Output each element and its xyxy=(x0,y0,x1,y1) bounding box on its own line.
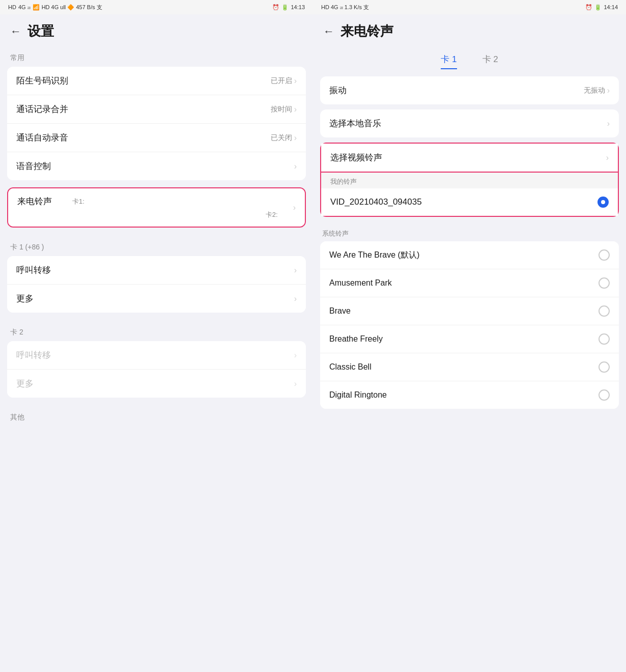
vibration-item[interactable]: 振动 无振动 › xyxy=(320,76,619,104)
strange-number-right: 已开启 › xyxy=(271,76,297,86)
vibration-label: 振动 xyxy=(329,85,347,96)
right-status-left: HD 4G ᵢₗₗ 1.3 K/s 支 xyxy=(321,4,369,11)
ringtone-card2-sublabel: 卡2: xyxy=(266,210,278,219)
left-panel: HD 4G ᵢₗₗ 📶 HD 4G ull 🔶 457 B/s 支 ⏰ 🔋 14… xyxy=(0,0,313,672)
list-item[interactable]: 通话自动录音 已关闭 › xyxy=(7,124,306,152)
ringtone-name-brave-default: We Are The Brave (默认) xyxy=(329,250,419,261)
ringtone-right: › xyxy=(293,203,296,212)
right-back-button[interactable]: ← xyxy=(323,25,334,38)
auto-record-right: 已关闭 › xyxy=(271,133,297,143)
left-signal: 4G ᵢₗₗ xyxy=(18,4,31,11)
radio-selected-icon[interactable] xyxy=(597,197,609,208)
chevron-icon: › xyxy=(294,266,297,275)
left-network-icon: HD xyxy=(8,4,16,10)
my-ringtone-section-label: 我的铃声 xyxy=(330,178,357,185)
sim2-label: 卡 2 xyxy=(0,320,313,341)
list-item[interactable]: 更多 › xyxy=(7,285,306,313)
chevron-icon: › xyxy=(294,351,297,360)
chevron-icon: › xyxy=(294,294,297,303)
right-battery: 🔋 xyxy=(594,4,602,11)
left-status-right: ⏰ 🔋 14:13 xyxy=(272,4,305,11)
list-item[interactable]: 陌生号码识别 已开启 › xyxy=(7,67,306,95)
list-item[interactable]: Digital Ringtone xyxy=(320,381,619,409)
list-item[interactable]: Amusement Park xyxy=(320,269,619,297)
list-item[interactable]: Breathe Freely xyxy=(320,325,619,353)
ringtone-name-digital: Digital Ringtone xyxy=(329,390,387,400)
video-ringtone-label: 选择视频铃声 xyxy=(330,152,382,163)
local-music-item[interactable]: 选择本地音乐 › xyxy=(320,109,619,137)
radio-unselected-icon[interactable] xyxy=(599,277,610,289)
voice-control-right: › xyxy=(294,162,297,171)
ringtone-name-amusement: Amusement Park xyxy=(329,278,392,288)
left-status-left: HD 4G ᵢₗₗ 📶 HD 4G ull 🔶 457 B/s 支 xyxy=(8,4,102,11)
call-merge-value: 按时间 xyxy=(271,105,292,114)
ringtone-card1-sublabel: 卡1: xyxy=(72,197,84,206)
sim1-transfer-label: 呼叫转移 xyxy=(16,264,51,276)
video-ringtone-item[interactable]: 选择视频铃声 › xyxy=(321,144,618,172)
sim1-card: 呼叫转移 › 更多 › xyxy=(7,256,306,313)
chevron-icon: › xyxy=(606,153,609,162)
ringtone-item[interactable]: 来电铃声 卡1: 卡2: › xyxy=(8,188,305,227)
chevron-icon: › xyxy=(294,105,297,114)
local-music-card: 选择本地音乐 › xyxy=(320,109,619,137)
voice-control-label: 语音控制 xyxy=(16,160,51,172)
right-status-right: ⏰ 🔋 14:14 xyxy=(585,4,618,11)
local-music-right: › xyxy=(607,119,610,128)
list-item[interactable]: Brave xyxy=(320,297,619,325)
list-item[interactable]: 呼叫转移 › xyxy=(7,256,306,285)
video-ringtone-highlight: 选择视频铃声 › xyxy=(320,143,619,173)
other-label: 其他 xyxy=(0,405,313,426)
sim2-more-label: 更多 xyxy=(16,378,34,389)
my-ringtone-item[interactable]: VID_20210403_094035 xyxy=(321,188,618,216)
list-item[interactable]: We Are The Brave (默认) xyxy=(320,241,619,269)
right-status-bar: HD 4G ᵢₗₗ 1.3 K/s 支 ⏰ 🔋 14:14 xyxy=(313,0,626,14)
tab-card2[interactable]: 卡 2 xyxy=(482,53,498,69)
ringtone-left: 来电铃声 卡1: 卡2: xyxy=(17,195,293,219)
call-merge-label: 通话记录合并 xyxy=(16,103,68,115)
ringtone-name-breathe-freely: Breathe Freely xyxy=(329,334,383,344)
tab-bar: 卡 1 卡 2 xyxy=(313,45,626,73)
list-item[interactable]: 通话记录合并 按时间 › xyxy=(7,95,306,124)
system-ringtone-label: 系统铃声 xyxy=(313,224,626,241)
call-merge-right: 按时间 › xyxy=(271,105,297,114)
left-page-title: 设置 xyxy=(27,22,54,40)
ringtone-card[interactable]: 来电铃声 卡1: 卡2: › xyxy=(7,187,306,228)
chevron-icon: › xyxy=(294,379,297,388)
chevron-icon: › xyxy=(294,162,297,171)
left-time: 14:13 xyxy=(291,4,305,10)
strange-number-value: 已开启 xyxy=(271,76,292,86)
sim1-more-right: › xyxy=(294,294,297,303)
sim2-card: 呼叫转移 › 更多 › xyxy=(7,341,306,398)
radio-unselected-icon[interactable] xyxy=(599,361,610,373)
chevron-icon: › xyxy=(294,133,297,143)
list-item[interactable]: Classic Bell xyxy=(320,353,619,381)
left-section-common: 常用 xyxy=(0,45,313,67)
radio-unselected-icon[interactable] xyxy=(599,249,610,261)
left-back-button[interactable]: ← xyxy=(10,25,21,38)
radio-unselected-icon[interactable] xyxy=(599,333,610,345)
right-network-label: HD 4G ᵢₗₗ 1.3 K/s 支 xyxy=(321,4,369,11)
video-ringtone-right: › xyxy=(606,153,609,162)
radio-unselected-icon[interactable] xyxy=(599,305,610,317)
list-item[interactable]: 语音控制 › xyxy=(7,152,306,180)
radio-unselected-icon[interactable] xyxy=(599,389,610,401)
sim2-transfer-right: › xyxy=(294,351,297,360)
left-status-bar: HD 4G ᵢₗₗ 📶 HD 4G ull 🔶 457 B/s 支 ⏰ 🔋 14… xyxy=(0,0,313,14)
right-time: 14:14 xyxy=(604,4,618,10)
chevron-icon: › xyxy=(607,86,610,95)
sim1-label: 卡 1 (+86 ) xyxy=(0,235,313,256)
vibration-card: 振动 无振动 › xyxy=(320,76,619,104)
local-music-label: 选择本地音乐 xyxy=(329,118,381,129)
left-battery: 🔋 xyxy=(281,4,289,11)
tab-card1[interactable]: 卡 1 xyxy=(441,53,457,69)
right-clock-icon: ⏰ xyxy=(585,4,592,11)
right-header: ← 来电铃声 xyxy=(313,14,626,45)
ringtone-name-classic-bell: Classic Bell xyxy=(329,362,372,372)
sim1-transfer-right: › xyxy=(294,266,297,275)
left-header: ← 设置 xyxy=(0,14,313,45)
list-item: 更多 › xyxy=(7,370,306,398)
vibration-right: 无振动 › xyxy=(584,86,610,95)
auto-record-label: 通话自动录音 xyxy=(16,132,68,144)
left-clock-icon: ⏰ xyxy=(272,4,279,11)
my-ringtone-highlight: VID_20210403_094035 xyxy=(320,188,619,217)
